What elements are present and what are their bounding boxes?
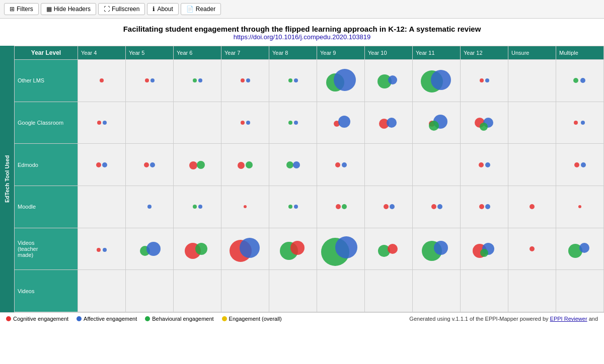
generated-by: Generated using v.1.1.1 of the EPPI-Mapp…: [409, 316, 598, 322]
cell-r2-c7: [413, 144, 461, 186]
bubble: [288, 121, 292, 125]
bubble: [293, 161, 300, 168]
behavioural-dot: [145, 316, 150, 321]
cell-r5-c2: [174, 270, 221, 312]
table-row: Google Classroom: [15, 102, 604, 144]
col-header-unsure: Unsure: [508, 46, 556, 60]
bubble: [193, 205, 197, 209]
generated-suffix: and: [589, 316, 598, 322]
cell-r0-c8: [461, 60, 508, 102]
bubble: [294, 78, 298, 82]
filters-icon: ⊞: [10, 6, 15, 13]
cell-r5-c5: [317, 270, 365, 312]
bubble: [480, 123, 488, 131]
hide-headers-label: Hide Headers: [54, 6, 91, 13]
bubble: [246, 121, 250, 125]
about-button[interactable]: ℹ About: [147, 3, 178, 15]
bubble: [147, 205, 152, 209]
cell-r3-c2: [174, 186, 221, 228]
cell-r4-c4: [269, 228, 317, 270]
cell-r1-c1: [126, 102, 174, 144]
bubble: [579, 243, 589, 253]
bubble: [100, 78, 104, 82]
row-label-4: Videos (teacher made): [15, 228, 78, 270]
cell-r0-c7: [413, 60, 461, 102]
cell-r3-c3: [221, 186, 269, 228]
cell-r5-c7: [413, 270, 461, 312]
cell-r5-c1: [126, 270, 174, 312]
legend-behavioural: Behavioural engagement: [145, 316, 213, 322]
overall-label: Engagement (overall): [229, 316, 282, 322]
bubble: [241, 121, 245, 125]
hide-headers-button[interactable]: ▦ Hide Headers: [41, 3, 96, 15]
bubble: [244, 205, 247, 208]
cell-r3-c8: [461, 186, 508, 228]
cell-r3-c9: [508, 186, 556, 228]
bubble: [246, 161, 253, 168]
cognitive-dot: [6, 316, 11, 321]
cell-r4-c3: [221, 228, 269, 270]
col-header-year9: Year 9: [317, 46, 365, 60]
bubble: [334, 69, 356, 91]
eppi-link[interactable]: EPPI Reviewer: [550, 316, 587, 322]
filters-label: Filters: [17, 6, 33, 13]
table-row: Videos (teacher made): [15, 228, 604, 270]
cell-r0-c5: [317, 60, 365, 102]
table-wrapper[interactable]: Year Level Year 4 Year 5 Year 6 Year 7 Y…: [14, 46, 604, 312]
bubble: [434, 241, 448, 255]
cell-r2-c6: [365, 144, 413, 186]
cell-r1-c4: [269, 102, 317, 144]
bubble: [97, 248, 101, 252]
cell-r0-c0: [78, 60, 126, 102]
bubble: [238, 162, 245, 169]
toolbar: ⊞ Filters ▦ Hide Headers ⛶ Fullscreen ℹ …: [0, 0, 604, 19]
cell-r0-c1: [126, 60, 174, 102]
bubble: [150, 78, 155, 82]
col-header-year5: Year 5: [126, 46, 174, 60]
generated-text: Generated using v.1.1.1 of the EPPI-Mapp…: [409, 316, 550, 322]
cell-r5-c3: [221, 270, 269, 312]
bubble: [342, 162, 347, 167]
cell-r1-c6: [365, 102, 413, 144]
cell-r2-c5: [317, 144, 365, 186]
cell-r5-c4: [269, 270, 317, 312]
col-header-year4: Year 4: [78, 46, 126, 60]
reader-button[interactable]: 📄 Reader: [181, 3, 221, 15]
bubble: [530, 246, 535, 251]
bubble: [530, 204, 535, 209]
bubble-grid: Year Level Year 4 Year 5 Year 6 Year 7 Y…: [14, 46, 604, 312]
filters-button[interactable]: ⊞ Filters: [4, 3, 39, 15]
cell-r4-c7: [413, 228, 461, 270]
bubble: [240, 238, 260, 258]
doi-link[interactable]: https://doi.org/10.1016/j.compedu.2020.1…: [234, 33, 371, 41]
cell-r1-c5: [317, 102, 365, 144]
hide-headers-icon: ▦: [46, 6, 52, 13]
cell-r3-c4: [269, 186, 317, 228]
cell-r4-c5: [317, 228, 365, 270]
year-level-header: Year Level: [15, 46, 78, 60]
cell-r2-c0: [78, 144, 126, 186]
bubble: [390, 204, 395, 209]
cell-r2-c9: [508, 144, 556, 186]
cell-r0-c3: [221, 60, 269, 102]
bubble: [335, 162, 340, 167]
row-outer-label: EdTech Tool Used: [0, 46, 14, 312]
table-row: Moodle: [15, 186, 604, 228]
bubble: [288, 78, 292, 82]
cell-r4-c9: [508, 228, 556, 270]
col-header-year12: Year 12: [461, 46, 508, 60]
bubble: [342, 204, 347, 209]
legend-cognitive: Cognitive engagement: [6, 316, 68, 322]
bubble: [574, 162, 579, 167]
cell-r4-c2: [174, 228, 221, 270]
row-label-0: Other LMS: [15, 60, 78, 102]
fullscreen-label: Fullscreen: [112, 6, 139, 13]
cell-r5-c8: [461, 270, 508, 312]
table-row: Videos: [15, 270, 604, 312]
cell-r1-c8: [461, 102, 508, 144]
cell-r3-c5: [317, 186, 365, 228]
fullscreen-button[interactable]: ⛶ Fullscreen: [98, 3, 145, 15]
bubble: [384, 204, 389, 209]
bubble: [431, 70, 451, 90]
cell-r3-c0: [78, 186, 126, 228]
